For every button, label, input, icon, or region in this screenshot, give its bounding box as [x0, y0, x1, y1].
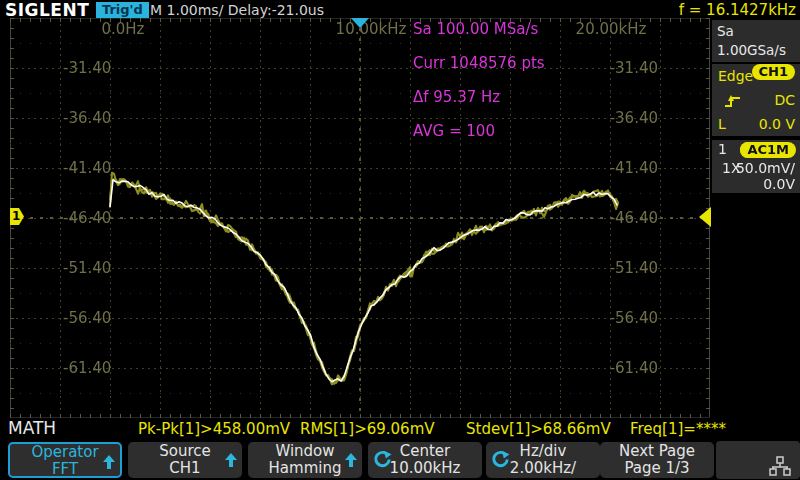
- trigger-status-badge: Trig'd: [96, 2, 149, 18]
- lan-network-icon: [768, 456, 792, 480]
- rotary-knob-icon: [373, 450, 392, 473]
- db-label-left-3: -46.40: [63, 210, 111, 226]
- db-label-left-1: -36.40: [63, 110, 111, 126]
- fft-plot-area: 0.0Hz 10.00kHz 20.00kHz -31.40 -36.40 -4…: [10, 18, 710, 418]
- measurement-pkpk: Pk-Pk[1]>458.00mV: [138, 420, 290, 438]
- trigger-level-value: 0.0 V: [759, 112, 795, 136]
- rotary-knob-icon: [491, 450, 510, 473]
- trigger-level-marker[interactable]: [699, 207, 711, 227]
- up-arrow-icon: [345, 453, 357, 471]
- measurement-stdev: Stdev[1]>68.66mV: [466, 420, 611, 438]
- db-label-left-6: -61.40: [63, 360, 111, 376]
- db-label-right-6: -61.40: [601, 360, 658, 376]
- up-arrow-icon: [103, 455, 115, 473]
- db-label-left-0: -31.40: [63, 60, 111, 76]
- softkey-hzdiv[interactable]: Hz/div 2.00kHz/: [486, 442, 600, 478]
- db-label-right-0: -31.40: [601, 60, 658, 76]
- db-label-right-5: -56.40: [601, 310, 658, 326]
- trigger-source-badge: CH1: [752, 64, 795, 80]
- softkey-window[interactable]: Window Hamming: [248, 442, 362, 478]
- fft-average-count: AVG = 100: [413, 122, 495, 140]
- oscilloscope-screen: SIGLENT Trig'd M 1.00ms/ Delay:-21.0us f…: [0, 0, 800, 480]
- vertical-offset: 0.0V: [763, 177, 795, 192]
- softkey-source[interactable]: Source CH1: [128, 442, 242, 478]
- db-label-right-2: -41.40: [601, 160, 658, 176]
- up-arrow-icon: [225, 453, 237, 471]
- trigger-info-box: Edge CH1 DC L 0.0 V: [712, 64, 800, 136]
- timebase-readout: M 1.00ms/ Delay:-21.0us: [150, 2, 324, 18]
- channel-number: 1: [718, 140, 727, 158]
- measurement-freq: Freq[1]=****: [630, 420, 726, 438]
- db-label-left-2: -41.40: [63, 160, 111, 176]
- trigger-coupling: DC: [774, 88, 795, 112]
- db-label-left-4: -51.40: [63, 260, 111, 276]
- sample-rate: Sa 1.00GSa/s: [717, 22, 800, 60]
- fft-delta-f: Δf 95.37 Hz: [413, 88, 500, 106]
- channel-coupling-badge: AC1M: [740, 142, 796, 158]
- db-label-right-3: -46.40: [601, 210, 658, 226]
- fft-points: Curr 1048576 pts: [413, 54, 545, 72]
- acquisition-info-box: Sa 1.00GSa/s Curr 14.0Mpts: [712, 20, 800, 62]
- db-label-right-1: -36.40: [601, 110, 658, 126]
- softkey-next-page-value: Page 1/3: [600, 460, 714, 477]
- softkey-operator[interactable]: Operator FFT: [8, 442, 122, 478]
- math-mode-label: MATH: [8, 418, 56, 438]
- measurement-rms: RMS[1]>69.06mV: [300, 420, 435, 438]
- channel1-info-box[interactable]: 1 B AC1M 1X 50.0mV/ 0.0V: [712, 140, 800, 193]
- frequency-counter-readout: f = 16.1427kHz: [679, 1, 796, 19]
- trigger-position-marker[interactable]: [351, 18, 369, 28]
- db-label-left-5: -56.40: [63, 310, 111, 326]
- trigger-level-label: L: [718, 112, 726, 136]
- softkey-next-page-label: Next Page: [600, 443, 714, 460]
- db-label-right-4: -51.40: [601, 260, 658, 276]
- softkey-next-page[interactable]: Next Page Page 1/3: [600, 442, 714, 478]
- siglent-logo: SIGLENT: [5, 0, 89, 20]
- vertical-scale: 50.0mV/: [736, 160, 795, 176]
- fft-sample-rate: Sa 100.00 MSa/s: [413, 20, 538, 38]
- softkey-center[interactable]: Center 10.00kHz: [368, 442, 482, 478]
- bottom-right-panel: [716, 441, 800, 479]
- fft-parameters-readout: Sa 100.00 MSa/s Curr 1048576 pts Δf 95.3…: [413, 21, 545, 140]
- trigger-type: Edge: [718, 64, 753, 88]
